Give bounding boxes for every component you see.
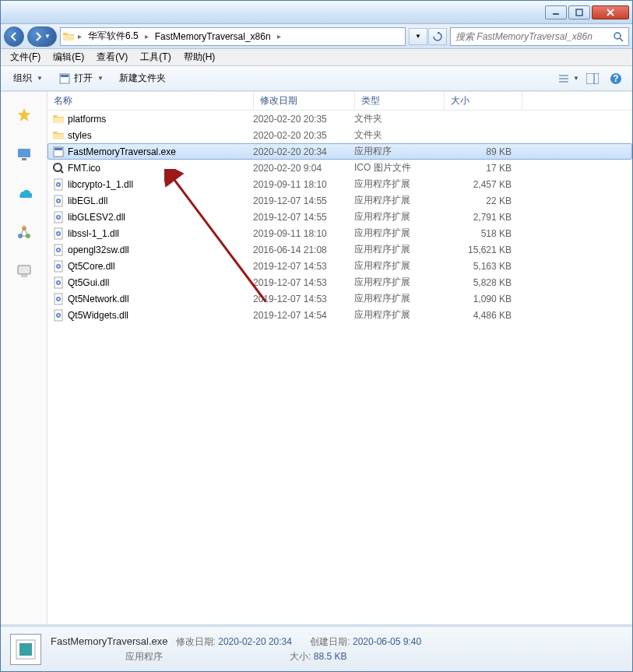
file-row[interactable]: FMT.ico2020-02-20 9:04ICO 图片文件17 KB	[47, 160, 632, 176]
chevron-icon: ▸	[145, 32, 149, 40]
history-dropdown[interactable]: ▼	[409, 28, 427, 45]
body-area: 名称 修改日期 类型 大小 platforms2020-02-20 20:35文…	[1, 91, 632, 625]
file-name: Qt5Gui.dll	[68, 277, 109, 288]
file-type: 应用程序	[354, 145, 444, 158]
open-icon	[58, 72, 71, 85]
file-row[interactable]: FastMemoryTraversal.exe2020-02-20 20:34应…	[47, 143, 632, 160]
file-name: libEGL.dll	[68, 195, 107, 206]
file-type: ICO 图片文件	[354, 161, 444, 174]
address-bar[interactable]: ▸ 华军软件6.5 ▸ FastMemoryTraversal_x86n ▸	[60, 27, 406, 46]
computer-icon[interactable]	[16, 263, 32, 279]
file-type: 应用程序扩展	[354, 276, 444, 289]
file-size: 5,163 KB	[444, 261, 518, 272]
menu-file[interactable]: 文件(F)	[4, 49, 47, 65]
file-size: 518 KB	[444, 228, 518, 239]
file-row[interactable]: libEGL.dll2019-12-07 14:55应用程序扩展22 KB	[47, 192, 632, 209]
minimize-button[interactable]	[545, 5, 567, 19]
file-date: 2019-12-07 14:54	[253, 310, 354, 321]
file-date: 2019-12-07 14:53	[253, 261, 354, 272]
file-row[interactable]: Qt5Core.dll2019-12-07 14:53应用程序扩展5,163 K…	[47, 258, 632, 274]
network-icon[interactable]	[16, 224, 32, 240]
forward-button[interactable]: ▼	[27, 26, 57, 47]
file-content: 名称 修改日期 类型 大小 platforms2020-02-20 20:35文…	[47, 92, 632, 625]
file-date: 2019-12-07 14:55	[253, 195, 354, 206]
search-box[interactable]	[450, 27, 629, 46]
file-size: 2,457 KB	[444, 179, 518, 190]
menu-help[interactable]: 帮助(H)	[178, 49, 222, 65]
file-size: 4,486 KB	[444, 310, 518, 321]
file-row[interactable]: Qt5Gui.dll2019-12-07 14:53应用程序扩展5,828 KB	[47, 274, 632, 290]
svg-point-50	[58, 281, 59, 283]
help-button[interactable]: ?	[606, 70, 626, 87]
file-name: opengl32sw.dll	[68, 245, 129, 255]
file-type: 应用程序扩展	[354, 308, 444, 322]
details-pane: FastMemoryTraversal.exe 修改日期: 2020-02-20…	[1, 626, 632, 671]
organize-button[interactable]: 组织▼	[7, 69, 49, 87]
file-date: 2020-02-20 20:35	[253, 114, 354, 125]
file-size: 89 KB	[444, 146, 518, 157]
titlebar	[1, 1, 632, 24]
svg-rect-27	[55, 148, 62, 150]
svg-rect-1	[576, 9, 582, 16]
nav-sidebar	[1, 92, 47, 625]
menu-view[interactable]: 查看(V)	[90, 49, 134, 65]
open-button[interactable]: 打开▼	[52, 69, 110, 87]
menu-tools[interactable]: 工具(T)	[134, 49, 177, 65]
file-list[interactable]: platforms2020-02-20 20:35文件夹styles2020-0…	[47, 111, 632, 625]
file-type: 应用程序扩展	[354, 259, 444, 273]
header-date[interactable]: 修改日期	[254, 92, 355, 110]
file-type: 文件夹	[354, 112, 444, 125]
maximize-button[interactable]	[568, 5, 590, 19]
new-folder-button[interactable]: 新建文件夹	[113, 69, 172, 87]
file-name: libGLESV2.dll	[68, 212, 125, 223]
svg-rect-24	[21, 275, 27, 277]
file-size: 5,828 KB	[444, 277, 518, 288]
file-name: Qt5Network.dll	[68, 294, 129, 304]
svg-point-35	[58, 199, 59, 201]
file-name: libssl-1_1.dll	[68, 228, 119, 239]
close-button[interactable]	[592, 5, 629, 19]
header-type[interactable]: 类型	[355, 92, 445, 110]
svg-point-53	[58, 297, 59, 299]
breadcrumb-item[interactable]: FastMemoryTraversal_x86n	[152, 28, 274, 45]
file-row[interactable]: platforms2020-02-20 20:35文件夹	[47, 111, 632, 127]
file-row[interactable]: styles2020-02-20 20:35文件夹	[47, 127, 632, 143]
menu-edit[interactable]: 编辑(E)	[47, 49, 90, 65]
desktop-icon[interactable]	[16, 146, 32, 162]
file-row[interactable]: Qt5Widgets.dll2019-12-07 14:54应用程序扩展4,48…	[47, 307, 632, 323]
svg-rect-16	[22, 158, 26, 160]
view-options-button[interactable]: ▼	[559, 70, 579, 87]
svg-point-32	[58, 183, 59, 185]
file-row[interactable]: libssl-1_1.dll2019-09-11 18:10应用程序扩展518 …	[47, 225, 632, 241]
svg-point-4	[614, 33, 621, 39]
refresh-button[interactable]	[428, 28, 447, 45]
file-date: 2019-12-07 14:53	[253, 277, 354, 288]
search-input[interactable]	[455, 31, 613, 42]
file-size: 22 KB	[444, 195, 518, 206]
file-size: 15,621 KB	[444, 245, 518, 255]
file-size: 1,090 KB	[444, 294, 518, 304]
favorites-icon[interactable]	[16, 107, 32, 123]
header-size[interactable]: 大小	[445, 92, 522, 110]
onedrive-icon[interactable]	[16, 185, 32, 201]
file-row[interactable]: libGLESV2.dll2019-12-07 14:55应用程序扩展2,791…	[47, 209, 632, 225]
file-date: 2019-12-07 14:53	[253, 294, 354, 304]
file-date: 2019-12-07 14:55	[253, 212, 354, 223]
column-headers: 名称 修改日期 类型 大小	[47, 92, 632, 111]
folder-icon	[62, 30, 75, 43]
file-row[interactable]: libcrypto-1_1.dll2019-09-11 18:10应用程序扩展2…	[47, 176, 632, 192]
file-row[interactable]: opengl32sw.dll2016-06-14 21:08应用程序扩展15,6…	[47, 241, 632, 258]
navbar: ▼ ▸ 华军软件6.5 ▸ FastMemoryTraversal_x86n ▸…	[1, 24, 632, 49]
svg-point-44	[58, 248, 59, 250]
search-icon	[613, 31, 624, 42]
file-row[interactable]: Qt5Network.dll2019-12-07 14:53应用程序扩展1,09…	[47, 290, 632, 307]
breadcrumb-item[interactable]: 华军软件6.5	[85, 28, 142, 45]
file-date: 2020-02-20 20:35	[253, 130, 354, 141]
svg-rect-11	[586, 73, 599, 84]
file-name: Qt5Widgets.dll	[68, 310, 128, 321]
header-name[interactable]: 名称	[47, 92, 254, 110]
preview-pane-button[interactable]	[582, 70, 603, 87]
svg-rect-15	[18, 149, 30, 157]
svg-rect-58	[19, 643, 32, 656]
back-button[interactable]	[4, 26, 24, 47]
